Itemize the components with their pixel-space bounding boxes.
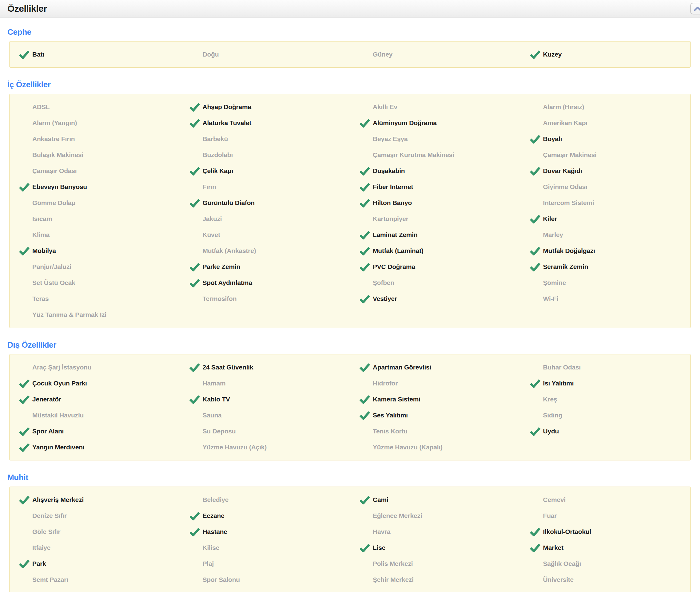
feature-column: Alışveriş MerkeziDenize SıfırGöle Sıfırİ…: [9, 492, 180, 588]
feature-item: Park: [9, 556, 180, 572]
section-title: İç Özellikler: [7, 80, 693, 90]
feature-item: Su Deposu: [180, 423, 350, 439]
check-placeholder: [529, 495, 543, 504]
feature-column: Apartman GörevlisiHidroforKamera Sistemi…: [350, 359, 520, 455]
feature-label: Intercom Sistemi: [543, 199, 594, 206]
check-placeholder: [19, 294, 32, 303]
feature-item: Ahşap Doğrama: [180, 99, 350, 115]
feature-section: İç ÖzelliklerADSLAlarm (Yangın)Ankastre …: [0, 80, 700, 328]
feature-item: Çamaşır Kurutma Makinesi: [350, 147, 520, 163]
feature-item: Ses Yalıtımı: [350, 407, 520, 423]
feature-item: Parke Zemin: [180, 259, 350, 275]
check-placeholder: [189, 575, 203, 584]
check-placeholder: [359, 559, 373, 568]
feature-label: Hilton Banyo: [373, 199, 412, 206]
feature-label: Yangın Merdiveni: [32, 444, 85, 451]
feature-label: Spor Alanı: [32, 428, 64, 435]
feature-label: Tenis Kortu: [373, 428, 408, 435]
check-placeholder: [189, 495, 203, 504]
feature-item: Çamaşır Odası: [9, 163, 180, 179]
feature-item: Tenis Kortu: [350, 423, 520, 439]
feature-label: Sağlık Ocağı: [543, 560, 581, 568]
feature-label: Hastane: [203, 528, 227, 535]
feature-label: Yüz Tanıma & Parmak İzi: [32, 311, 106, 318]
feature-item: Belediye: [180, 492, 350, 508]
feature-label: Teras: [32, 295, 49, 302]
check-placeholder: [359, 511, 373, 521]
check-placeholder: [19, 527, 32, 536]
feature-item: Müstakil Havuzlu: [9, 407, 180, 423]
feature-label: Kablo TV: [203, 396, 230, 403]
check-icon: [189, 166, 203, 176]
feature-label: Eğlence Merkezi: [373, 512, 422, 520]
feature-label: Ahşap Doğrama: [203, 103, 251, 111]
check-icon: [529, 166, 543, 176]
feature-column: CemeviFuarİlkokul-OrtaokulMarketSağlık O…: [520, 492, 691, 588]
feature-item: Kablo TV: [180, 391, 350, 407]
feature-item: Lise: [350, 540, 520, 556]
feature-label: Hidrofor: [373, 380, 398, 387]
check-placeholder: [19, 511, 32, 521]
feature-item: Şofben: [350, 275, 520, 291]
feature-item: Fuar: [520, 508, 691, 524]
feature-label: Wi-Fi: [543, 295, 559, 302]
feature-label: Kilise: [203, 544, 220, 551]
feature-item: Ebeveyn Banyosu: [9, 179, 180, 195]
check-placeholder: [19, 411, 32, 420]
check-icon: [189, 278, 203, 287]
feature-item: Kreş: [520, 391, 691, 407]
check-placeholder: [19, 102, 32, 111]
feature-label: Jakuzi: [203, 215, 222, 223]
feature-label: Seramik Zemin: [543, 263, 588, 270]
feature-item: 24 Saat Güvenlik: [180, 359, 350, 375]
feature-label: Boyalı: [543, 135, 562, 143]
feature-item: Kartonpiyer: [350, 211, 520, 227]
feature-item: Kilise: [180, 540, 350, 556]
check-icon: [359, 118, 373, 128]
check-icon: [359, 395, 373, 404]
check-placeholder: [19, 230, 32, 239]
feature-item: Doğu: [180, 46, 350, 62]
feature-item: Spor Alanı: [9, 423, 180, 439]
check-icon: [359, 294, 373, 303]
check-icon: [19, 379, 32, 388]
feature-item: İtfaiye: [9, 540, 180, 556]
check-icon: [529, 379, 543, 388]
feature-item: Plaj: [180, 556, 350, 572]
feature-label: Park: [32, 560, 46, 568]
feature-item: Intercom Sistemi: [520, 195, 691, 211]
feature-label: Beyaz Eşya: [373, 135, 408, 143]
check-icon: [19, 495, 32, 504]
check-icon: [189, 118, 203, 128]
feature-label: Su Deposu: [203, 428, 236, 435]
section-panel: ADSLAlarm (Yangın)Ankastre FırınBulaşık …: [9, 94, 691, 328]
feature-label: Mutfak (Laminat): [373, 247, 423, 254]
check-placeholder: [529, 150, 543, 159]
check-placeholder: [529, 278, 543, 287]
check-placeholder: [189, 559, 203, 568]
feature-label: Vestiyer: [373, 295, 397, 302]
feature-item: Kuzey: [520, 46, 691, 62]
feature-label: Panjur/Jaluzi: [32, 263, 72, 270]
feature-label: Bulaşık Makinesi: [32, 151, 83, 159]
feature-label: Marley: [543, 231, 563, 239]
feature-item: Spor Salonu: [180, 572, 350, 588]
feature-label: Çocuk Oyun Parkı: [32, 380, 87, 387]
feature-item: Şehir Merkezi: [350, 572, 520, 588]
feature-label: Jeneratör: [32, 396, 61, 403]
feature-label: Göle Sıfır: [32, 528, 60, 535]
feature-item: Hamam: [180, 375, 350, 391]
feature-label: Fırın: [203, 183, 217, 191]
check-placeholder: [359, 575, 373, 584]
check-placeholder: [359, 50, 373, 59]
check-placeholder: [19, 198, 32, 207]
feature-item: Boyalı: [520, 131, 691, 147]
feature-label: İlkokul-Ortaokul: [543, 528, 592, 535]
collapse-button[interactable]: [690, 3, 700, 14]
feature-label: Alaturka Tuvalet: [203, 119, 251, 127]
check-placeholder: [189, 427, 203, 436]
feature-item: Seramik Zemin: [520, 259, 691, 275]
feature-item: Üniversite: [520, 572, 691, 588]
feature-label: Alarm (Yangın): [32, 119, 77, 127]
feature-label: Lise: [373, 544, 385, 551]
